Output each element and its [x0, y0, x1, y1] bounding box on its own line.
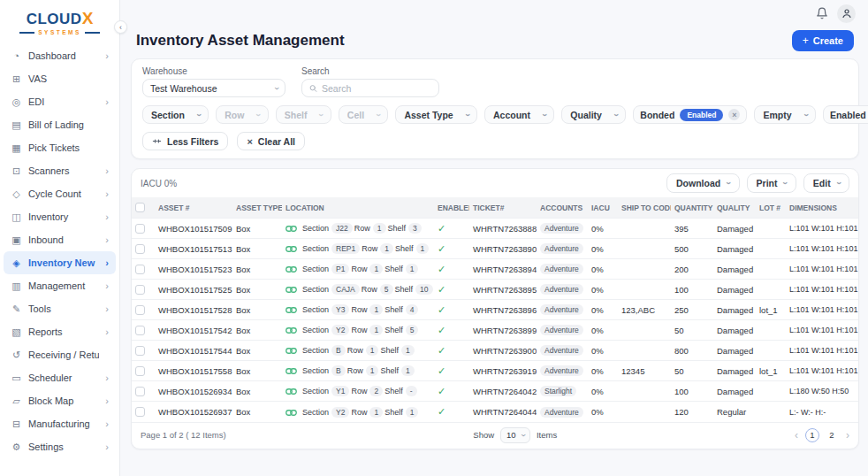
print-button[interactable]: Print ›: [747, 173, 796, 193]
clear-icon: ×: [247, 136, 252, 147]
row-checkbox[interactable]: [135, 326, 145, 335]
download-button[interactable]: Download ›: [666, 173, 740, 193]
filter-account[interactable]: Account ›: [484, 105, 554, 124]
sidebar-item-scanners[interactable]: ⊡ Scanners ›: [4, 159, 116, 182]
ticket-cell: WHRTN7263900: [469, 341, 537, 361]
filter-asset-type[interactable]: Asset Type ›: [395, 105, 477, 124]
chevron-down-icon: ›: [271, 87, 280, 89]
section-badge: Y2: [331, 407, 349, 418]
table-row[interactable]: WHBOX101517509 Box SectionJ22Row1Shelf3 …: [132, 219, 859, 239]
table-row[interactable]: WHBOX101517558 Box SectionBRow1Shelf1 ✓ …: [132, 361, 859, 381]
column-header-quality: QUALITY: [713, 197, 756, 219]
table-row[interactable]: WHBOX101517525 Box SectionCAJARow5Shelf1…: [132, 280, 859, 300]
sidebar-collapse-button[interactable]: ‹: [114, 20, 127, 34]
filter-cell[interactable]: Cell ›: [339, 105, 389, 124]
sidebar-item-reports[interactable]: ▧ Reports ›: [4, 320, 116, 343]
sidebar-item-bill-of-lading[interactable]: ▤ Bill of Lading ›: [4, 113, 116, 136]
row-checkbox[interactable]: [135, 346, 145, 356]
logo-line-right: [85, 32, 100, 34]
table-row[interactable]: WHBOX101526934 Box SectionY1Row2Shelf- ✓…: [132, 381, 859, 402]
sidebar-item-inventory[interactable]: ◫ Inventory ›: [4, 205, 116, 228]
chevron-down-icon: ›: [540, 113, 549, 116]
account-badge: Adventure: [540, 345, 583, 356]
row-checkbox[interactable]: [135, 265, 145, 274]
sidebar-item-scheduler[interactable]: ▭ Scheduler ›: [4, 366, 116, 389]
sidebar-item-vas[interactable]: ⊞ VAS ›: [4, 67, 116, 90]
filter-row[interactable]: Row ›: [216, 105, 269, 124]
column-header-dimensions: DIMENSIONS: [786, 197, 859, 219]
column-header-ship-to-code: SHIP TO CODE: [618, 197, 671, 219]
sidebar-item-edi[interactable]: ◎ EDI ›: [4, 90, 116, 113]
filter-section[interactable]: Section ›: [142, 105, 209, 124]
quality-cell: Damaged: [713, 259, 756, 280]
edit-button[interactable]: Edit ›: [803, 173, 849, 193]
link-icon: [286, 225, 297, 233]
section-badge: Y1: [331, 386, 349, 396]
table-row[interactable]: WHBOX101517528 Box SectionY3Row1Shelf4 ✓…: [132, 300, 859, 320]
sidebar-item-label: Dashboard: [28, 50, 99, 61]
filter-shelf[interactable]: Shelf ›: [276, 105, 331, 124]
section-badge: REP1: [331, 243, 360, 254]
clear-all-button[interactable]: × Clear All: [237, 132, 305, 150]
previous-page-icon[interactable]: ‹: [795, 429, 798, 441]
row-checkbox[interactable]: [135, 285, 145, 295]
filter-quality[interactable]: Quality ›: [561, 105, 626, 124]
page-size-select[interactable]: 10 ›: [500, 427, 530, 443]
sidebar-item-inventory-new[interactable]: ◈ Inventory New ›: [4, 251, 116, 274]
section-badge: CAJA: [331, 284, 360, 295]
page-button-1[interactable]: 1: [805, 428, 819, 442]
filter-bonded[interactable]: Bonded Enabled ×: [633, 105, 747, 124]
next-page-icon[interactable]: ›: [846, 429, 849, 441]
chevron-right-icon: ›: [105, 50, 109, 61]
quantity-cell: 250: [671, 300, 713, 320]
account-badge: Adventure: [540, 243, 583, 254]
table-row[interactable]: WHBOX101517544 Box SectionBRow1Shelf1 ✓ …: [132, 341, 859, 361]
sidebar-item-settings[interactable]: ⚙ Settings ›: [4, 435, 116, 458]
section-label: Section: [302, 265, 329, 273]
quality-cell: Damaged: [713, 381, 756, 402]
remove-filter-icon[interactable]: ×: [728, 109, 740, 120]
row-checkbox[interactable]: [135, 224, 145, 234]
table-row[interactable]: WHBOX101517523 Box SectionP1Row1Shelf1 ✓…: [132, 259, 859, 280]
row-checkbox[interactable]: [135, 244, 145, 254]
sidebar-item-tools[interactable]: ✎ Tools ›: [4, 297, 116, 320]
warehouse-select[interactable]: Test Warehouse ›: [142, 79, 286, 97]
iacu-cell: 0%: [588, 402, 618, 422]
search-input[interactable]: [322, 83, 431, 94]
user-avatar-icon[interactable]: [837, 4, 856, 23]
row-checkbox[interactable]: [135, 387, 145, 396]
sidebar-item-pick-tickets[interactable]: ▦ Pick Tickets ›: [4, 136, 116, 159]
filter-enabled[interactable]: Enabled Enabled ×: [823, 105, 868, 124]
filter-empty[interactable]: Empty ›: [754, 105, 815, 124]
row-checkbox[interactable]: [135, 366, 145, 376]
logo-line-left: [19, 32, 34, 34]
sidebar-item-label: Management: [28, 280, 99, 291]
sidebar-item-dashboard[interactable]: ◔ Dashboard ›: [4, 44, 116, 67]
brand-subtitle: SYSTEMS: [7, 29, 112, 35]
notifications-bell-icon[interactable]: [816, 7, 828, 19]
sidebar-item-management[interactable]: ▥ Management ›: [4, 274, 116, 297]
page-button-2[interactable]: 2: [825, 428, 839, 442]
table-row[interactable]: WHBOX101526937 Box SectionY2Row1Shelf1 ✓…: [132, 402, 859, 422]
row-checkbox[interactable]: [135, 407, 145, 417]
warehouse-label: Warehouse: [142, 66, 286, 76]
sidebar-item-label: Bill of Lading: [28, 119, 99, 130]
select-all-checkbox[interactable]: [135, 203, 145, 212]
sidebar-item-cycle-count[interactable]: ◇ Cycle Count ›: [4, 182, 116, 205]
create-button[interactable]: + Create: [792, 30, 854, 51]
row-checkbox[interactable]: [135, 305, 145, 315]
sidebar-item-block-map[interactable]: ▱ Block Map ›: [4, 389, 116, 412]
table-row[interactable]: WHBOX101517513 Box SectionREP1Row1Shelf1…: [132, 239, 859, 259]
chevron-right-icon: ›: [105, 96, 109, 107]
table-toolbar: IACU 0% Download › Print › Edit ›: [132, 169, 858, 197]
less-filters-button[interactable]: Less Filters: [142, 132, 228, 150]
ticket-cell: WHRTN7263896: [469, 300, 537, 320]
section-label: Section: [302, 224, 329, 233]
sidebar-item-inbound[interactable]: ▣ Inbound ›: [4, 228, 116, 251]
enabled-check-icon: ✓: [438, 264, 445, 274]
table-row[interactable]: WHBOX101517542 Box SectionY2Row1Shelf5 ✓…: [132, 320, 859, 341]
quality-cell: Damaged: [713, 300, 756, 320]
sidebar-item-manufacturing[interactable]: ⊟ Manufacturing ›: [4, 412, 116, 435]
quantity-cell: 200: [671, 259, 713, 280]
sidebar-item-receiving-returns[interactable]: ↺ Receiving / Returns ›: [4, 343, 116, 366]
